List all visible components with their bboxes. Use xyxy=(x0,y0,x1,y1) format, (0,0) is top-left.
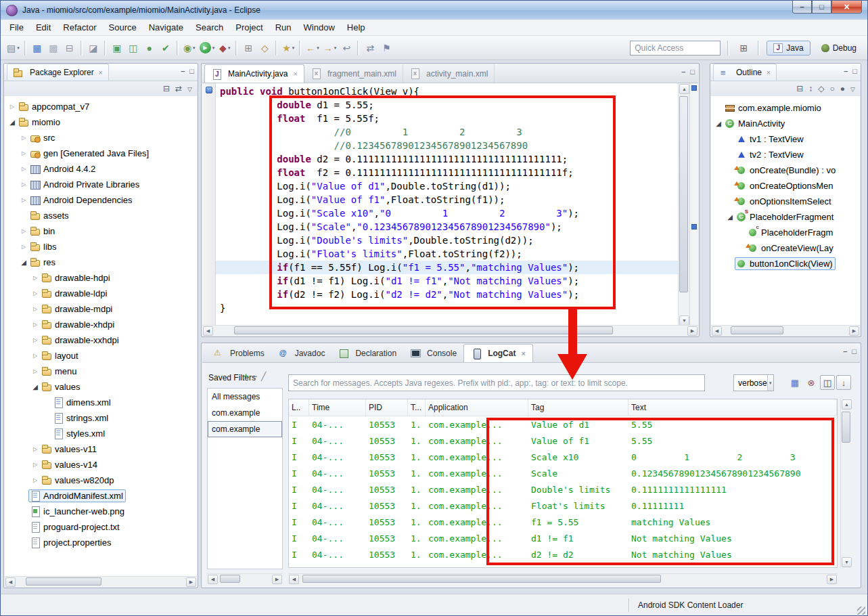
code-line[interactable]: if(d1 != f1) Log.i("d1 != f1","Not match… xyxy=(216,274,678,288)
code-line[interactable]: Log.i("Scale","0.12345678901234567890123… xyxy=(216,220,678,234)
collapse-all-icon[interactable] xyxy=(796,85,803,93)
outline-hscrollbar[interactable] xyxy=(711,325,860,336)
logcat-row[interactable]: I04-...105531.com.example...Double's lim… xyxy=(289,481,837,498)
link-with-editor-button[interactable]: ⇄ xyxy=(363,40,378,56)
menu-search[interactable]: Search xyxy=(189,20,229,35)
tree-item-androidmanifest-xml[interactable]: AndroidManifest.xml xyxy=(5,488,197,504)
view-menu-icon[interactable] xyxy=(187,85,192,93)
code-line[interactable]: Log.i("Value of d1",Double.toString(d1))… xyxy=(216,179,678,193)
android-sdk-manager-button[interactable]: ◫ xyxy=(126,40,141,56)
scroll-right-icon[interactable] xyxy=(687,326,698,336)
tree-item-button1onclick-view[interactable]: button1onClick(View) xyxy=(711,256,860,271)
view-menu-icon[interactable] xyxy=(850,85,855,93)
scroll-right-icon[interactable] xyxy=(272,575,282,584)
maximize-view-icon[interactable] xyxy=(852,347,856,355)
tree-item-drawable-hdpi[interactable]: ▷drawable-hdpi xyxy=(5,270,197,286)
scrollbar-track[interactable] xyxy=(219,574,271,584)
scrollbar-thumb[interactable] xyxy=(26,577,101,586)
scrollbar-track[interactable] xyxy=(679,95,689,315)
tree-item-proguard-project-txt[interactable]: proguard-project.txt xyxy=(5,519,197,535)
new-wizard-dropdown-arrow-icon[interactable]: ▾ xyxy=(17,45,20,51)
tree-item-oncreate-bundle-vo[interactable]: onCreate(Bundle) : vo xyxy=(711,162,860,178)
tree-collapsed-arrow-icon[interactable]: ▷ xyxy=(30,322,40,328)
scrollbar-thumb[interactable] xyxy=(731,326,783,334)
code-line[interactable]: public void button1onClick(View v){ xyxy=(216,85,678,98)
code-line[interactable]: double d1 = 5.55; xyxy=(216,98,678,112)
scroll-left-icon[interactable] xyxy=(203,326,213,336)
new-java-class-button[interactable]: ⊞ xyxy=(241,40,256,56)
tree-item-onoptionsitemselect[interactable]: onOptionsItemSelect xyxy=(711,194,860,209)
scrollbar-track[interactable] xyxy=(300,574,826,584)
tree-collapsed-arrow-icon[interactable]: ▷ xyxy=(30,353,40,359)
code-line[interactable]: if(d2 != f2) Log.i("d2 != d2","Not match… xyxy=(216,288,678,301)
scrollbar-track[interactable] xyxy=(723,326,848,336)
tree-expanded-arrow-icon[interactable]: ◢ xyxy=(714,120,723,127)
menu-refactor[interactable]: Refactor xyxy=(57,20,102,35)
menu-edit[interactable]: Edit xyxy=(30,20,57,35)
scroll-right-icon[interactable] xyxy=(186,577,196,587)
tree-item-drawable-mdpi[interactable]: ▷drawable-mdpi xyxy=(5,301,197,317)
build-all-button[interactable]: ◪ xyxy=(86,40,101,56)
menu-run[interactable]: Run xyxy=(269,20,298,35)
tree-item-drawable-xhdpi[interactable]: ▷drawable-xhdpi xyxy=(5,317,197,332)
logcat-row[interactable]: I04-...105531.com.example...Value of d15… xyxy=(289,416,837,433)
search-dropdown-arrow-icon[interactable]: ▾ xyxy=(292,45,295,51)
scrollbar-thumb[interactable] xyxy=(842,412,850,443)
forward-history-button[interactable]: →▾ xyxy=(322,40,338,56)
tree-item-assets[interactable]: assets xyxy=(5,208,197,223)
external-tools-button[interactable]: ◆▾ xyxy=(217,40,232,56)
scroll-down-icon[interactable] xyxy=(679,315,689,326)
logcat-column-pid[interactable]: PID xyxy=(366,399,408,416)
delete-filter-icon[interactable] xyxy=(252,372,257,381)
back-history-button[interactable]: ←▾ xyxy=(304,40,321,56)
forward-history-dropdown-arrow-icon[interactable]: ▾ xyxy=(334,45,337,51)
code-line[interactable]: //0 1 2 3 xyxy=(216,125,678,139)
tree-collapsed-arrow-icon[interactable]: ▷ xyxy=(30,462,40,468)
filters-hscrollbar[interactable] xyxy=(207,573,283,584)
tree-collapsed-arrow-icon[interactable]: ▷ xyxy=(19,228,28,234)
logcat-column-application[interactable]: Application xyxy=(426,399,528,416)
logcat-vscrollbar[interactable] xyxy=(840,399,852,568)
tree-collapsed-arrow-icon[interactable]: ▷ xyxy=(19,135,28,141)
minimize-view-icon[interactable] xyxy=(844,67,848,75)
print-button[interactable]: ⊟ xyxy=(62,40,77,56)
tree-item-values-v14[interactable]: ▷values-v14 xyxy=(5,457,197,472)
search-button[interactable]: ★▾ xyxy=(281,40,296,56)
scrollbar-track[interactable] xyxy=(841,410,852,556)
code-line[interactable]: Log.i("Float's limits",Float.toString(f2… xyxy=(216,247,678,261)
tree-item-placeholderfragm[interactable]: PlaceholderFragm xyxy=(711,225,860,240)
run-button[interactable]: ▶▾ xyxy=(198,40,216,56)
debug-dropdown-arrow-icon[interactable]: ▾ xyxy=(193,45,196,51)
tree-item-values-w820dp[interactable]: ▷values-w820dp xyxy=(5,472,197,488)
code-line[interactable]: } xyxy=(216,301,678,315)
tree-item-bin[interactable]: ▷bin xyxy=(5,223,197,239)
tree-collapsed-arrow-icon[interactable]: ▷ xyxy=(30,275,40,281)
tree-item-android-4-4-2[interactable]: ▷Android 4.4.2 xyxy=(5,161,197,177)
tree-item-appcompat-v7[interactable]: ▷appcompat_v7 xyxy=(5,99,197,114)
tree-item-tv2-textview[interactable]: tv2 : TextView xyxy=(711,147,860,162)
run-dropdown-arrow-icon[interactable]: ▾ xyxy=(212,45,215,51)
scrollbar-track[interactable] xyxy=(214,326,687,336)
tree-item-oncreateview-lay[interactable]: onCreateView(Lay xyxy=(711,240,860,256)
editor-annotation-ruler[interactable] xyxy=(202,83,216,326)
tree-collapsed-arrow-icon[interactable]: ▷ xyxy=(30,477,40,483)
menu-help[interactable]: Help xyxy=(341,20,371,35)
tree-collapsed-arrow-icon[interactable]: ▷ xyxy=(19,166,28,172)
code-line[interactable]: if(f1 == 5.55f) Log.i("f1 = 5.55","match… xyxy=(216,261,678,274)
android-virtual-device-manager-button[interactable]: ● xyxy=(142,40,157,56)
tree-item-dimens-xml[interactable]: dimens.xml xyxy=(5,395,197,410)
hide-fields-icon[interactable] xyxy=(818,85,824,93)
scroll-left-icon[interactable] xyxy=(289,575,299,584)
scroll-right-icon[interactable] xyxy=(849,326,859,336)
back-history-dropdown-arrow-icon[interactable]: ▾ xyxy=(317,45,319,51)
code-line[interactable]: float f2 = 0.111111111111111111111111111… xyxy=(216,166,678,179)
open-type-button[interactable]: ◇ xyxy=(257,40,272,56)
scroll-down-icon[interactable] xyxy=(842,557,852,567)
tree-item-tv1-textview[interactable]: tv1 : TextView xyxy=(711,131,860,147)
perspective-java-button[interactable]: J Java xyxy=(767,41,810,56)
tree-item-oncreateoptionsmen[interactable]: onCreateOptionsMen xyxy=(711,178,860,194)
tree-collapsed-arrow-icon[interactable]: ▷ xyxy=(19,197,28,203)
view-tab-declaration[interactable]: Declaration xyxy=(332,344,403,362)
logcat-column-l[interactable]: L.. xyxy=(289,399,309,416)
tree-collapsed-arrow-icon[interactable]: ▷ xyxy=(19,244,28,250)
